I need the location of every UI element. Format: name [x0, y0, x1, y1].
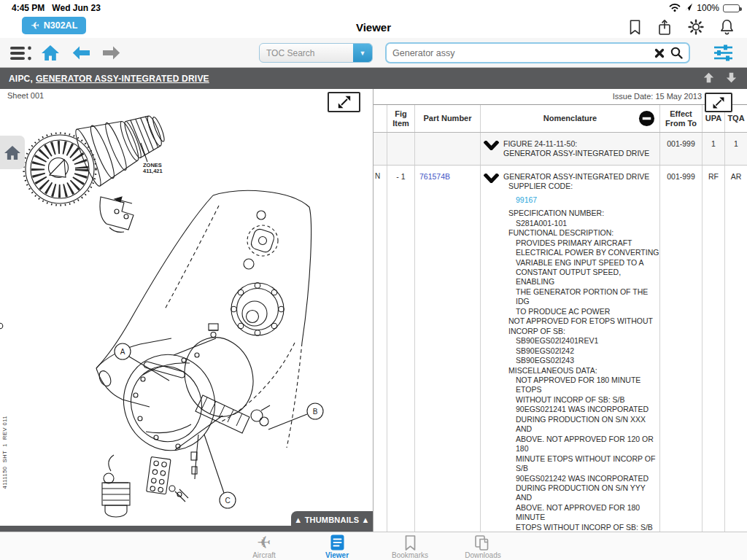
location-arrow-icon: [684, 3, 693, 14]
fig-item-cell: [387, 133, 415, 165]
parts-table-header: FigItem Part Number Nomenclature EffectF…: [374, 105, 747, 133]
nomenclature-line: SB90EGS02I242: [503, 346, 659, 356]
prev-match-arrow-icon[interactable]: [703, 72, 714, 85]
header-fig-item: FigItem: [387, 105, 415, 132]
nomenclature-line: NOT APPROVED FOR 180 MINUTE ETOPS: [503, 376, 659, 395]
header-effect: EffectFrom To: [660, 105, 703, 132]
status-bar: 4:45 PM Wed Jun 23 100%: [0, 0, 747, 16]
doc-title-link[interactable]: GENERATOR ASSY-INTEGRATED DRIVE: [36, 74, 209, 84]
home-icon[interactable]: [41, 44, 60, 64]
zones-label-line2: 411,421: [143, 168, 163, 174]
upa-cell: RF: [703, 166, 725, 532]
wifi-icon: [669, 3, 681, 14]
home-icon: [4, 145, 21, 160]
figure-home-tab[interactable]: [0, 136, 25, 169]
collapse-all-icon[interactable]: [638, 110, 655, 129]
part-number-link[interactable]: 761574B: [419, 172, 450, 181]
callout-a-label: A: [120, 348, 125, 356]
nomenclature-line: VARIABLE ENG INPUT SPEED TO A: [503, 258, 659, 268]
nomenclature-line: MISCELLANEOUS DATA:: [503, 366, 659, 376]
back-arrow-icon[interactable]: [72, 46, 90, 63]
part-number-cell: 761574B: [415, 166, 481, 532]
nomenclature-line: TO PRODUCE AC POWER: [503, 307, 659, 316]
nomenclature-line: DURING PRODUCTION ON S/N YYY AND: [503, 483, 659, 503]
sheet-label: Sheet 001: [7, 91, 44, 100]
tab-bar: ✈ Aircraft Viewer Bookmarks Downloads: [0, 532, 747, 560]
viewer-document-icon: [330, 534, 344, 551]
nomenclature-line: SPECIFICATION NUMBER:: [503, 209, 659, 218]
tab-downloads[interactable]: Downloads: [460, 532, 506, 560]
row-marker: [374, 133, 387, 165]
table-row[interactable]: N- 1761574BGENERATOR ASSY-INTEGRATED DRI…: [374, 166, 747, 532]
nomenclature-cell: FIGURE 24-11-11-50:GENERATOR ASSY-INTEGR…: [481, 133, 660, 165]
parts-table: FigItem Part Number Nomenclature EffectF…: [374, 104, 747, 532]
toc-search-dropdown-label: TOC Search: [260, 48, 353, 58]
settings-gear-icon[interactable]: [688, 19, 704, 35]
next-match-arrow-icon[interactable]: [726, 72, 737, 85]
nomenclature-line: MINUTE ETOPS WITHOUT INCORP OF S/B: [503, 454, 659, 474]
table-fullscreen-button[interactable]: [705, 93, 732, 112]
nomenclature-lines: FIGURE 24-11-11-50:GENERATOR ASSY-INTEGR…: [503, 139, 659, 159]
chevron-down-icon[interactable]: [484, 141, 499, 152]
toc-search-dropdown[interactable]: TOC Search ▼: [259, 43, 373, 63]
aircraft-tab-icon: ✈: [257, 534, 271, 551]
nomenclature-line: INCORP OF SB:: [503, 327, 659, 336]
issue-date: Issue Date: 15 May 2013: [374, 89, 747, 104]
parts-panel: Issue Date: 15 May 2013 FigItem Part Num…: [373, 89, 747, 532]
search-input[interactable]: [392, 48, 649, 58]
table-row[interactable]: FIGURE 24-11-11-50:GENERATOR ASSY-INTEGR…: [374, 133, 747, 166]
nomenclature-line: ELECTRICAL POWER BY CONVERTING: [503, 248, 659, 257]
bookmark-icon[interactable]: [629, 20, 641, 35]
technical-drawing[interactable]: ZONES 411,421 A B C: [0, 89, 373, 532]
toc-list-icon[interactable]: [10, 45, 32, 64]
tqa-cell: 1: [725, 133, 747, 165]
battery-percent: 100%: [697, 3, 719, 13]
search-field[interactable]: [385, 42, 690, 63]
figure-fullscreen-button[interactable]: [328, 92, 360, 112]
nomenclature-line: CONSTANT OUTPUT SPEED, ENABLING: [503, 268, 659, 287]
nomenclature-line: WITHOUT INCORP OF SB: S/B: [503, 395, 659, 405]
tab-viewer[interactable]: Viewer: [314, 532, 360, 560]
figure-revision-text: 4111150 SHT 1 REV 011: [1, 416, 8, 489]
document-bar: AIPC, GENERATOR ASSY-INTEGRATED DRIVE: [0, 68, 747, 89]
forward-arrow-icon[interactable]: [102, 46, 120, 63]
callout-c-label: C: [225, 497, 230, 505]
aircraft-tail-label: N302AL: [44, 20, 78, 31]
callout-b-label: B: [313, 408, 318, 416]
nomenclature-line: SB90EGS02I243: [503, 356, 659, 365]
chevron-down-icon[interactable]: [484, 174, 499, 184]
bookmarks-tab-icon: [404, 534, 417, 551]
row-marker: N: [374, 166, 387, 532]
nomenclature-line: NOT APPROVED FOR ETOPS WITHOUT: [503, 316, 659, 326]
header-nomenclature: Nomenclature: [481, 105, 660, 132]
share-icon[interactable]: [657, 19, 672, 36]
content-area: ZONES 411,421 A B C Sheet 001 4111150 SH…: [0, 89, 747, 532]
nomenclature-line: DURING PRODUCTION ON S/N XXX AND: [503, 415, 659, 435]
nomenclature-line: GENERATOR ASSY-INTEGRATED DRIVE: [503, 149, 659, 158]
aircraft-tail-button[interactable]: ✈ N302AL: [22, 17, 86, 34]
fig-item-cell: - 1: [387, 166, 415, 532]
nomenclature-line: ETOPS WITHOUT INCORP OF SB: S/B: [503, 523, 659, 532]
nomenclature-line: ABOVE. NOT APPROVED FOR 120 OR 180: [503, 435, 659, 454]
clear-search-icon[interactable]: [654, 48, 665, 58]
nav-bar: Viewer ✈ N302AL: [0, 16, 747, 38]
header-marker-col: [374, 105, 387, 132]
downloads-tab-icon: [475, 534, 491, 551]
status-date: Wed Jun 23: [52, 3, 100, 13]
figure-panel[interactable]: ZONES 411,421 A B C Sheet 001 4111150 SH…: [0, 89, 373, 532]
supplier-code-link[interactable]: 99167: [503, 195, 659, 205]
notifications-bell-icon[interactable]: [720, 19, 734, 35]
tab-aircraft[interactable]: ✈ Aircraft: [241, 532, 287, 560]
search-icon[interactable]: [670, 47, 683, 59]
effect-cell: 001-999: [660, 166, 703, 532]
status-time: 4:45 PM: [12, 3, 44, 13]
tab-bookmarks[interactable]: Bookmarks: [387, 532, 433, 560]
thumbnails-button[interactable]: ▲ THUMBNAILS ▲: [291, 511, 373, 528]
header-part-number: Part Number: [415, 105, 481, 132]
battery-icon: [723, 4, 740, 12]
filter-sliders-icon[interactable]: [713, 44, 733, 64]
upa-cell: 1: [703, 133, 725, 165]
nomenclature-lines: GENERATOR ASSY-INTEGRATED DRIVESUPPLIER …: [503, 172, 659, 532]
nomenclature-line: SUPPLIER CODE:: [503, 182, 659, 191]
nomenclature-line: THE GENERATOR PORTION OF THE IDG: [503, 287, 659, 307]
